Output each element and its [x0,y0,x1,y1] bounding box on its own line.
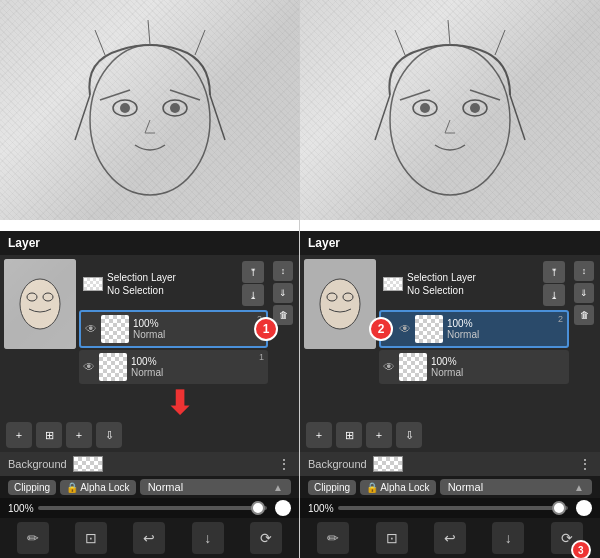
right-ctrl-1[interactable]: ↕ [574,261,594,281]
left-move-down-btn[interactable]: ⤓ [242,284,264,306]
right-mode-dropdown[interactable]: Normal ▲ [440,479,592,495]
right-layer2-info: 100% Normal [447,318,563,340]
left-ctrl-1[interactable]: ↕ [273,261,293,281]
left-panel: Layer [0,0,300,558]
svg-line-24 [510,95,525,140]
svg-point-29 [320,279,360,329]
svg-line-2 [170,90,200,100]
svg-line-10 [148,20,150,45]
left-layer-1-row[interactable]: 👁 100% Normal 1 [79,350,268,384]
right-thumb-svg [304,259,376,349]
left-layer-header: Layer [0,231,299,255]
left-icon2-btn[interactable]: ⊡ [75,522,107,554]
left-add2-btn[interactable]: + [66,422,92,448]
right-ctrl-2[interactable]: ⇓ [574,283,594,303]
right-icon4-btn[interactable]: ↓ [492,522,524,554]
left-main-thumbnail [4,259,76,349]
right-move-up-btn[interactable]: ⤒ [543,261,565,283]
left-ctrl-2[interactable]: ⇓ [273,283,293,303]
right-layer2-mode: Normal [447,329,563,340]
left-selection-text: Selection Layer No Selection [107,271,176,297]
right-slider-dot [552,501,566,515]
right-circle-white [576,500,592,516]
right-icon5-btn[interactable]: ⟳ 3 [551,522,583,554]
right-layer1-eye[interactable]: 👁 [383,360,395,374]
left-icon3-btn[interactable]: ↩ [133,522,165,554]
left-percent-text: 100% [8,503,34,514]
right-bottom-icons: ✏ ⊡ ↩ ↓ ⟳ 3 [300,518,600,558]
right-alpha-lock-btn[interactable]: 🔒 Alpha Lock [360,480,435,495]
right-layer1-info: 100% Normal [431,356,565,378]
right-more-btn[interactable]: ⋮ [578,456,592,472]
right-background-label: Background [308,458,367,470]
right-move-down-btn[interactable]: ⤓ [543,284,565,306]
left-arrow-btn[interactable]: ⇩ [96,422,122,448]
left-layer-title: Layer [8,236,40,250]
right-layer-1-row[interactable]: 👁 100% Normal [379,350,569,384]
svg-point-21 [420,103,430,113]
left-alpha-lock-btn[interactable]: 🔒 Alpha Lock [60,480,135,495]
right-arrow-btn[interactable]: ⇩ [396,422,422,448]
left-layers-btn[interactable]: ⊞ [36,422,62,448]
right-bottom-toolbar: + ⊞ + ⇩ [300,418,600,452]
left-red-arrow: ⬇ [166,384,193,422]
right-icon3-btn[interactable]: ↩ [434,522,466,554]
svg-line-9 [95,30,105,55]
left-selection-layer-row[interactable]: Selection Layer No Selection ⤒ ⤓ [79,259,268,308]
left-move-up-btn[interactable]: ⤒ [242,261,264,283]
right-lock-icon: 🔒 [366,482,378,493]
right-selection-box [383,277,403,291]
left-bottom-icons: ✏ ⊡ ↩ ↓ ⟳ [0,518,299,558]
right-layer2-eye[interactable]: 👁 [399,322,411,336]
right-brush-icon-btn[interactable]: ✏ [317,522,349,554]
left-layer1-num: 1 [259,352,264,362]
left-badge-1: 1 [254,317,278,341]
svg-point-6 [170,103,180,113]
right-add-btn[interactable]: + [306,422,332,448]
left-mode-arrow: ▲ [273,482,283,493]
left-mode-dropdown[interactable]: Normal ▲ [140,479,291,495]
right-layers-btn[interactable]: ⊞ [336,422,362,448]
right-layer-content: Selection Layer No Selection ⤒ ⤓ 2 👁 [300,255,600,388]
right-delete-btn[interactable]: 🗑 [574,305,594,325]
left-layer1-eye[interactable]: 👁 [83,360,95,374]
right-selection-layer-row[interactable]: Selection Layer No Selection ⤒ ⤓ [379,259,569,308]
left-add-btn[interactable]: + [6,422,32,448]
left-slider[interactable] [38,506,267,510]
svg-line-18 [470,90,500,100]
left-layer2-eye[interactable]: 👁 [85,322,97,336]
right-main-thumb-col [304,259,376,384]
right-percent-text: 100% [308,503,334,514]
svg-line-23 [375,95,390,140]
left-layer2-info: 100% Normal [133,318,262,340]
left-main-thumb-col [4,259,76,384]
left-selection-layer-label: Selection Layer [107,271,176,284]
right-add2-btn[interactable]: + [366,422,392,448]
left-circle-white [275,500,291,516]
left-layer-2-row[interactable]: 👁 100% Normal 2 1 [79,310,268,348]
left-layer-content: Selection Layer No Selection ⤒ ⤓ 👁 [0,255,299,388]
svg-point-13 [20,279,60,329]
left-icon5-btn[interactable]: ⟳ [250,522,282,554]
right-badge-3: 3 [571,540,591,558]
left-layer2-checker [101,315,129,343]
left-layer2-opacity: 100% [133,318,262,329]
right-slider[interactable] [338,506,568,510]
left-clipping-btn[interactable]: Clipping [8,480,56,495]
right-clipping-btn[interactable]: Clipping [308,480,356,495]
right-sketch-area [300,0,600,220]
left-bottom-toolbar: + ⊞ + ⇩ [0,418,299,452]
svg-line-7 [75,95,90,140]
right-icon2-btn[interactable]: ⊡ [376,522,408,554]
left-alpha-lock-label: Alpha Lock [80,482,129,493]
left-brush-icon-btn[interactable]: ✏ [17,522,49,554]
left-layer1-checker [99,353,127,381]
right-layer-2-row[interactable]: 2 👁 100% Normal 2 [379,310,569,348]
left-icon4-btn[interactable]: ↓ [192,522,224,554]
right-main-thumbnail [304,259,376,349]
right-row-controls: ↕ ⇓ 🗑 [572,259,596,384]
sketch-svg [0,0,299,220]
right-selection-text: Selection Layer No Selection [407,271,476,297]
left-more-btn[interactable]: ⋮ [277,456,291,472]
left-arrow-container: ⬇ [0,388,299,418]
